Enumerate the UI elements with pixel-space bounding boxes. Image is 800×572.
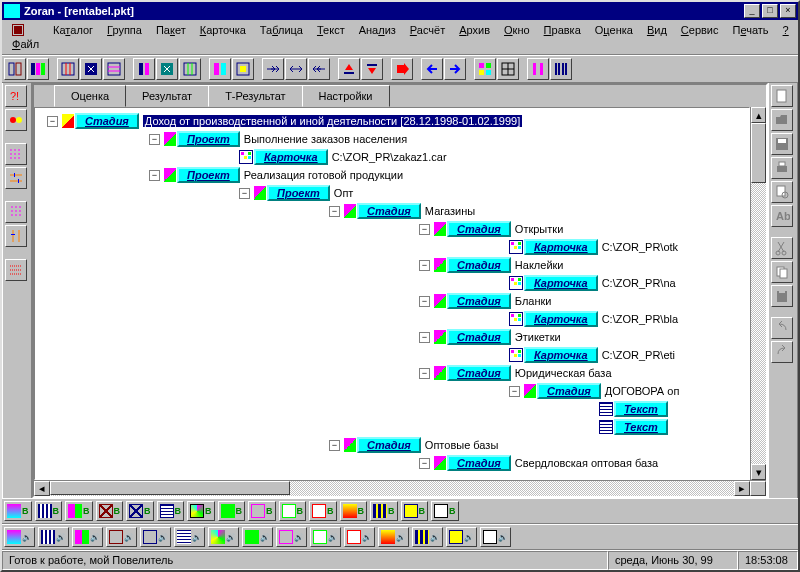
tool-bars1[interactable] — [527, 58, 549, 80]
toggle-2a1b[interactable]: − — [419, 260, 430, 271]
node-text-type[interactable]: Текст — [614, 401, 668, 417]
node-text[interactable]: C:\ZOR_PR\eti — [602, 349, 675, 361]
toggle-2a1a[interactable]: − — [419, 224, 430, 235]
ltool-3[interactable] — [5, 143, 27, 165]
tool-grid1[interactable] — [474, 58, 496, 80]
ctool-12[interactable]: 🔊 — [378, 527, 409, 547]
rtool-save[interactable] — [771, 133, 793, 155]
tool-4[interactable] — [80, 58, 102, 80]
rtool-find[interactable]: Ab — [771, 205, 793, 227]
btool-12[interactable]: B — [340, 501, 368, 521]
tool-2[interactable] — [27, 58, 49, 80]
ctool-3[interactable]: 🔊 — [72, 527, 103, 547]
node-text[interactable]: Открытки — [515, 223, 563, 235]
node-text[interactable]: C:\ZOR_PR\zakaz1.car — [332, 151, 447, 163]
menu-print[interactable]: Печать — [727, 22, 775, 52]
node-text[interactable]: ДОГОВОРА оп — [605, 385, 680, 397]
tool-6[interactable] — [133, 58, 155, 80]
rtool-paste[interactable] — [771, 285, 793, 307]
toggle-2a1[interactable]: − — [329, 206, 340, 217]
ctool-9[interactable]: 🔊 — [276, 527, 307, 547]
tab-tresult[interactable]: Т-Результат — [208, 85, 302, 107]
node-text[interactable]: C:\ZOR_PR\otk — [602, 241, 678, 253]
menu-group[interactable]: Группа — [101, 22, 148, 52]
btool-6[interactable]: B — [157, 501, 185, 521]
tool-red-arrow[interactable] — [391, 58, 413, 80]
node-text-type[interactable]: Текст — [614, 419, 668, 435]
menu-help[interactable]: ? — [777, 22, 795, 52]
menu-archive[interactable]: Архив — [453, 22, 496, 52]
menu-packet[interactable]: Пакет — [150, 22, 192, 52]
toggle-2[interactable]: − — [149, 170, 160, 181]
node-project[interactable]: Проект — [177, 131, 240, 147]
node-text[interactable]: Оптовые базы — [425, 439, 498, 451]
toggle-1[interactable]: − — [149, 134, 160, 145]
tool-bars2[interactable] — [550, 58, 572, 80]
ltool-4[interactable] — [5, 167, 27, 189]
rtool-new[interactable] — [771, 85, 793, 107]
scroll-right-icon[interactable]: ▸ — [734, 481, 750, 496]
minimize-button[interactable]: _ — [744, 4, 760, 18]
scroll-thumb[interactable] — [50, 481, 290, 495]
node-card[interactable]: Карточка — [254, 149, 328, 165]
node-stage[interactable]: Стадия — [357, 437, 421, 453]
ctool-14[interactable]: 🔊 — [446, 527, 477, 547]
ctool-11[interactable]: 🔊 — [344, 527, 375, 547]
tab-settings[interactable]: Настройки — [302, 85, 390, 107]
vertical-scrollbar[interactable]: ▴ ▾ — [750, 107, 766, 480]
toggle-root[interactable]: − — [47, 116, 58, 127]
node-text[interactable]: Магазины — [425, 205, 475, 217]
menu-table[interactable]: Таблица — [254, 22, 309, 52]
menu-calc[interactable]: Расчёт — [404, 22, 451, 52]
menu-text[interactable]: Текст — [311, 22, 351, 52]
tool-10[interactable] — [232, 58, 254, 80]
ltool-7[interactable] — [5, 259, 27, 281]
tool-3[interactable] — [57, 58, 79, 80]
rtool-undo[interactable] — [771, 317, 793, 339]
node-card[interactable]: Карточка — [524, 275, 598, 291]
tool-up[interactable] — [338, 58, 360, 80]
toggle-2a2a[interactable]: − — [419, 458, 430, 469]
menu-edit[interactable]: Правка — [538, 22, 587, 52]
tool-arrow-3[interactable] — [308, 58, 330, 80]
ltool-6[interactable] — [5, 225, 27, 247]
node-text[interactable]: Бланки — [515, 295, 552, 307]
btool-13[interactable]: B — [370, 501, 398, 521]
scroll-up-icon[interactable]: ▴ — [751, 107, 766, 123]
tool-1[interactable] — [4, 58, 26, 80]
rtool-open[interactable] — [771, 109, 793, 131]
toggle-2a1c[interactable]: − — [419, 296, 430, 307]
node-project[interactable]: Проект — [177, 167, 240, 183]
toggle-2a[interactable]: − — [239, 188, 250, 199]
node-text[interactable]: Реализация готовой продукции — [244, 169, 403, 181]
node-text[interactable]: Свердловская оптовая база — [515, 457, 658, 469]
ctool-8[interactable]: 🔊 — [242, 527, 273, 547]
horizontal-scrollbar[interactable]: ◂ ▸ — [34, 480, 766, 496]
tool-arrow-1[interactable] — [262, 58, 284, 80]
maximize-button[interactable]: □ — [762, 4, 778, 18]
menu-window[interactable]: Окно — [498, 22, 536, 52]
node-card[interactable]: Карточка — [524, 347, 598, 363]
menu-analysis[interactable]: Анализ — [353, 22, 402, 52]
scroll-track[interactable] — [751, 123, 766, 464]
node-text[interactable]: C:\ZOR_PR\na — [602, 277, 676, 289]
node-stage[interactable]: Стадия — [447, 257, 511, 273]
node-text-selected[interactable]: Доход от производственной и иной деятель… — [143, 115, 522, 127]
tree-view[interactable]: −СтадияДоход от производственной и иной … — [34, 107, 750, 480]
toggle-2a1d[interactable]: − — [419, 332, 430, 343]
btool-9[interactable]: B — [248, 501, 276, 521]
node-text[interactable]: Выполнение заказов населения — [244, 133, 407, 145]
rtool-copy[interactable] — [771, 261, 793, 283]
btool-7[interactable]: B — [187, 501, 215, 521]
toggle-2a1e[interactable]: − — [419, 368, 430, 379]
ltool-1[interactable]: ?! — [5, 85, 27, 107]
btool-14[interactable]: B — [401, 501, 429, 521]
node-card[interactable]: Карточка — [524, 311, 598, 327]
btool-3[interactable]: B — [65, 501, 93, 521]
node-stage[interactable]: Стадия — [75, 113, 139, 129]
btool-15[interactable]: B — [431, 501, 459, 521]
menu-rating[interactable]: Оценка — [589, 22, 639, 52]
rtool-cut[interactable] — [771, 237, 793, 259]
btool-11[interactable]: B — [309, 501, 337, 521]
ctool-7[interactable]: 🔊 — [208, 527, 239, 547]
